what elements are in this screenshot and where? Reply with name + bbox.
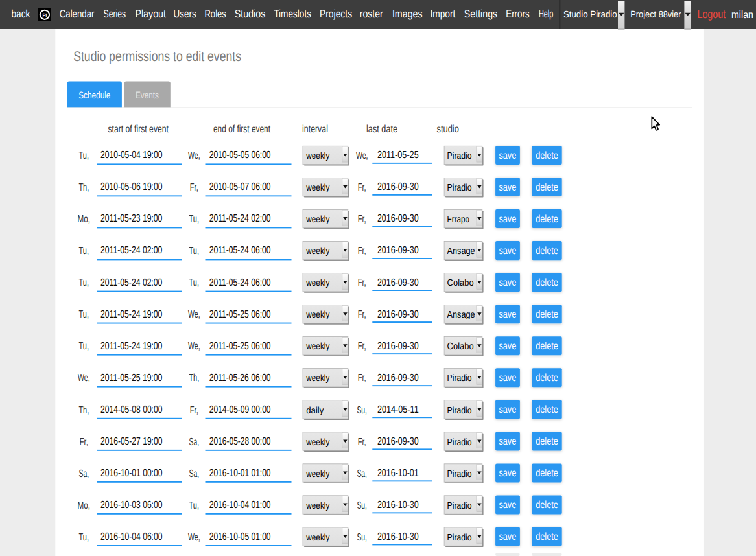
svg-text:save: save xyxy=(499,436,516,447)
svg-text:Piradio: Piradio xyxy=(447,469,472,480)
svg-text:Piradio: Piradio xyxy=(447,501,472,511)
svg-text:2016-05-27 19:00: 2016-05-27 19:00 xyxy=(100,436,162,447)
svg-text:save: save xyxy=(499,373,516,384)
svg-text:delete: delete xyxy=(536,404,558,415)
svg-text:2011-05-25 06:00: 2011-05-25 06:00 xyxy=(209,309,271,320)
svg-text:weekly: weekly xyxy=(305,501,329,511)
svg-text:back: back xyxy=(12,8,30,20)
svg-text:save: save xyxy=(499,277,516,288)
svg-text:Sa,: Sa, xyxy=(189,437,200,448)
svg-text:Frrapo: Frrapo xyxy=(447,214,470,225)
svg-text:2010-05-04 19:00: 2010-05-04 19:00 xyxy=(100,150,162,161)
svg-text:2011-05-23 19:00: 2011-05-23 19:00 xyxy=(100,213,162,224)
svg-text:2011-05-25 06:00: 2011-05-25 06:00 xyxy=(209,341,271,352)
svg-text:Th,: Th, xyxy=(189,373,199,384)
svg-text:We,: We, xyxy=(356,150,368,161)
svg-text:delete: delete xyxy=(536,277,558,288)
svg-text:2016-09-30: 2016-09-30 xyxy=(377,213,419,224)
svg-text:Sa,: Sa, xyxy=(79,469,89,480)
svg-text:weekly: weekly xyxy=(305,437,329,448)
svg-text:2014-05-08 00:00: 2014-05-08 00:00 xyxy=(100,404,162,415)
svg-text:2011-05-26 06:00: 2011-05-26 06:00 xyxy=(209,373,271,384)
svg-text:delete: delete xyxy=(536,373,558,384)
svg-text:2016-09-30: 2016-09-30 xyxy=(377,436,419,447)
svg-text:We,: We, xyxy=(188,341,200,352)
svg-text:Piradio: Piradio xyxy=(447,533,472,543)
svg-text:Logout: Logout xyxy=(698,7,726,21)
svg-text:Th,: Th, xyxy=(78,182,89,193)
svg-text:roster: roster xyxy=(360,8,383,20)
svg-text:2016-09-30: 2016-09-30 xyxy=(377,245,419,256)
svg-text:save: save xyxy=(499,150,516,161)
svg-text:2016-10-01: 2016-10-01 xyxy=(377,468,419,479)
svg-text:2016-10-05 01:00: 2016-10-05 01:00 xyxy=(209,531,271,542)
svg-text:delete: delete xyxy=(536,341,558,352)
svg-text:2011-05-24 19:00: 2011-05-24 19:00 xyxy=(100,309,162,320)
svg-text:2011-05-24 06:00: 2011-05-24 06:00 xyxy=(209,245,271,256)
svg-text:2016-10-30: 2016-10-30 xyxy=(377,531,419,542)
svg-text:Sa,: Sa, xyxy=(357,469,367,480)
svg-text:Schedule: Schedule xyxy=(78,90,110,101)
svg-text:Import: Import xyxy=(430,8,455,20)
svg-text:2016-09-30: 2016-09-30 xyxy=(377,309,419,320)
svg-text:end of first event: end of first event xyxy=(213,124,270,135)
svg-text:weekly: weekly xyxy=(305,246,329,257)
svg-text:Colabo: Colabo xyxy=(447,342,474,352)
svg-text:interval: interval xyxy=(302,124,328,135)
svg-text:Fr,: Fr, xyxy=(80,437,88,448)
svg-text:Errors: Errors xyxy=(506,8,530,20)
svg-text:studio: studio xyxy=(437,124,459,135)
svg-text:2016-10-04 01:00: 2016-10-04 01:00 xyxy=(209,500,271,511)
svg-text:Su,: Su, xyxy=(357,405,367,416)
svg-text:Tu,: Tu, xyxy=(79,150,89,161)
svg-text:save: save xyxy=(499,468,516,479)
svg-text:Piradio: Piradio xyxy=(447,406,472,416)
svg-text:Piradio: Piradio xyxy=(447,373,472,384)
svg-text:2016-10-01 01:00: 2016-10-01 01:00 xyxy=(209,468,271,479)
svg-text:We,: We, xyxy=(78,373,90,384)
svg-text:Timeslots: Timeslots xyxy=(274,8,311,20)
svg-text:Tu,: Tu, xyxy=(189,214,200,225)
svg-text:Users: Users xyxy=(174,8,196,20)
svg-text:delete: delete xyxy=(536,436,558,447)
svg-text:Tu,: Tu, xyxy=(79,309,89,320)
svg-text:Tu,: Tu, xyxy=(79,246,89,257)
svg-text:2010-05-07 06:00: 2010-05-07 06:00 xyxy=(209,181,271,192)
svg-text:Colabo: Colabo xyxy=(447,278,474,288)
svg-text:2016-09-30: 2016-09-30 xyxy=(377,277,419,288)
svg-text:2016-09-30: 2016-09-30 xyxy=(377,373,419,384)
svg-text:weekly: weekly xyxy=(305,214,329,225)
svg-text:weekly: weekly xyxy=(305,469,329,480)
svg-text:Help: Help xyxy=(539,8,553,20)
svg-text:2016-10-01 00:00: 2016-10-01 00:00 xyxy=(100,468,162,479)
svg-text:PI: PI xyxy=(42,12,47,18)
svg-text:2011-05-24 06:00: 2011-05-24 06:00 xyxy=(209,277,271,288)
svg-text:2010-05-06 19:00: 2010-05-06 19:00 xyxy=(100,181,162,192)
svg-text:Series: Series xyxy=(104,8,126,20)
svg-text:We,: We, xyxy=(188,150,200,161)
svg-text:Fr,: Fr, xyxy=(358,246,366,257)
svg-text:Fr,: Fr, xyxy=(190,405,198,416)
svg-text:Fr,: Fr, xyxy=(358,341,366,352)
svg-text:start of first event: start of first event xyxy=(108,124,169,135)
svg-text:Tu,: Tu, xyxy=(79,277,89,288)
svg-text:2011-05-25: 2011-05-25 xyxy=(377,150,419,161)
svg-text:Ansage: Ansage xyxy=(447,310,475,320)
svg-text:Fr,: Fr, xyxy=(358,214,366,225)
svg-text:weekly: weekly xyxy=(305,342,329,352)
svg-text:Projects: Projects xyxy=(320,8,352,20)
svg-text:Piradio: Piradio xyxy=(447,183,472,193)
svg-text:Tu,: Tu, xyxy=(189,500,200,511)
svg-text:Calendar: Calendar xyxy=(60,8,95,20)
svg-text:2016-05-28 00:00: 2016-05-28 00:00 xyxy=(209,436,271,447)
svg-text:daily: daily xyxy=(306,406,324,416)
svg-text:Fr,: Fr, xyxy=(358,437,366,448)
svg-text:weekly: weekly xyxy=(305,151,329,161)
svg-text:Su,: Su, xyxy=(357,500,367,511)
svg-text:Ansage: Ansage xyxy=(447,246,475,257)
svg-text:Tu,: Tu, xyxy=(189,246,200,257)
svg-text:Playout: Playout xyxy=(135,8,166,20)
svg-text:Piradio: Piradio xyxy=(447,437,472,448)
svg-text:delete: delete xyxy=(536,309,558,320)
svg-text:save: save xyxy=(499,246,516,257)
